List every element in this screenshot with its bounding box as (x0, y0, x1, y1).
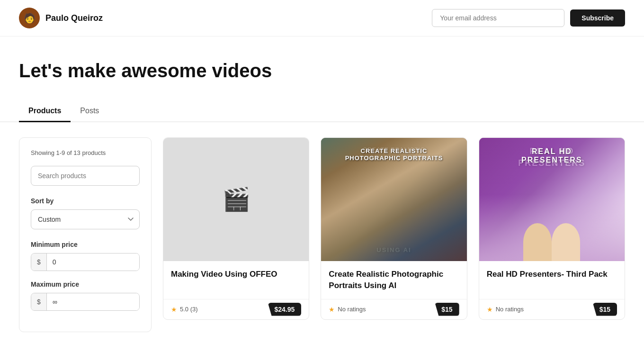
subscribe-button[interactable]: Subscribe (570, 9, 625, 27)
product-title: Create Realistic Photographic Portraits … (329, 269, 459, 291)
min-price-symbol: $ (31, 253, 47, 271)
product-title: Real HD Presenters- Third Pack (487, 269, 617, 280)
product-card: 🎬 Making Video Using OFFEO ★ 5.0 (3) $24… (163, 137, 309, 320)
product-footer: ★ 5.0 (3) $24.95 (163, 299, 309, 319)
max-price-input[interactable] (47, 293, 140, 310)
avatar: 🧑 (19, 8, 40, 28)
price-badge-wrap: $15 (435, 305, 459, 314)
product-card: CREATE REALISTICPHOTOGRAPHIC PORTRAITS U… (321, 137, 467, 320)
product-image-placeholder: 🎬 (163, 138, 309, 261)
hero-title: Let's make awesome videos (19, 59, 625, 82)
face-2 (552, 223, 580, 261)
max-price-symbol: $ (31, 293, 47, 310)
product-footer: ★ No ratings $15 (479, 299, 625, 319)
sort-by-label: Sort by (31, 197, 140, 205)
product-rating: ★ 5.0 (3) (171, 306, 198, 313)
product-footer: ★ No ratings $15 (321, 299, 466, 319)
product-price: $15 (593, 303, 617, 316)
sidebar: Showing 1-9 of 13 products Sort by Custo… (19, 137, 152, 332)
product-card: REAL HDPRESENTERS Real HD Presenters- Th… (479, 137, 625, 320)
rating-value: No ratings (496, 306, 524, 313)
search-input[interactable] (31, 166, 140, 186)
product-price: $15 (435, 303, 459, 316)
rating-value: No ratings (338, 306, 366, 313)
min-price-wrap: $ (31, 253, 140, 271)
product-price: $24.95 (268, 303, 302, 316)
main-content: Showing 1-9 of 13 products Sort by Custo… (0, 122, 644, 347)
product-image: 🎬 (163, 138, 309, 261)
showing-count: Showing 1-9 of 13 products (31, 149, 140, 156)
min-price-input[interactable] (47, 253, 140, 271)
product-info: Making Video Using OFFEO (163, 261, 309, 299)
product-image: REAL HDPRESENTERS (479, 138, 625, 261)
tab-products[interactable]: Products (19, 101, 71, 122)
hero-section: Let's make awesome videos (0, 36, 644, 93)
author-name: Paulo Queiroz (45, 13, 103, 23)
star-icon: ★ (171, 306, 177, 313)
sort-select[interactable]: Custom Newest Oldest Price: Low to High … (31, 209, 140, 229)
price-badge-wrap: $24.95 (268, 305, 302, 314)
max-price-wrap: $ (31, 293, 140, 311)
header-right: Subscribe (432, 9, 625, 27)
products-grid: 🎬 Making Video Using OFFEO ★ 5.0 (3) $24… (163, 137, 625, 320)
face-1 (523, 223, 552, 261)
price-badge-wrap: $15 (593, 305, 617, 314)
product-rating: ★ No ratings (487, 306, 524, 313)
product-image-faces (479, 195, 625, 261)
star-icon: ★ (329, 306, 335, 313)
header: 🧑 Paulo Queiroz Subscribe (0, 0, 644, 36)
product-title: Making Video Using OFFEO (171, 269, 301, 280)
product-info: Real HD Presenters- Third Pack (479, 261, 625, 299)
tab-posts[interactable]: Posts (71, 101, 108, 122)
email-input[interactable] (432, 9, 564, 27)
product-image: CREATE REALISTICPHOTOGRAPHIC PORTRAITS U… (321, 138, 466, 261)
star-icon: ★ (487, 306, 493, 313)
rating-value: 5.0 (3) (180, 306, 198, 313)
min-price-label: Minimum price (31, 241, 140, 248)
product-info: Create Realistic Photographic Portraits … (321, 261, 466, 299)
header-left: 🧑 Paulo Queiroz (19, 8, 103, 28)
tabs-nav: Products Posts (0, 101, 644, 122)
product-rating: ★ No ratings (329, 306, 366, 313)
product-image-bg (321, 138, 466, 261)
max-price-label: Maximum price (31, 281, 140, 288)
